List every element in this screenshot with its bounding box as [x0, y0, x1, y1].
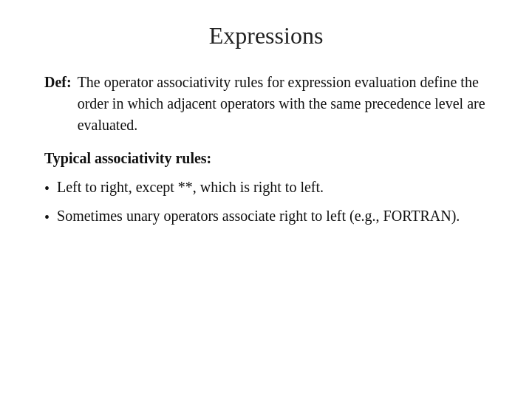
def-label: Def: [44, 72, 72, 93]
typical-associativity-label: Typical associativity rules: [44, 148, 488, 169]
definition-block: Def: The operator associativity rules fo… [44, 72, 488, 136]
main-content: Def: The operator associativity rules fo… [44, 72, 488, 234]
bullet-dot-1: • [44, 178, 50, 200]
list-item: • Left to right, except **, which is rig… [44, 177, 488, 200]
bullet-text-1: Left to right, except **, which is right… [57, 177, 324, 198]
def-text: The operator associativity rules for exp… [78, 72, 488, 136]
list-item: • Sometimes unary operators associate ri… [44, 205, 488, 228]
page-title: Expressions [44, 22, 488, 50]
bullet-text-2: Sometimes unary operators associate righ… [57, 205, 460, 227]
bullet-list: • Left to right, except **, which is rig… [44, 177, 488, 228]
bullet-dot-2: • [44, 207, 50, 228]
